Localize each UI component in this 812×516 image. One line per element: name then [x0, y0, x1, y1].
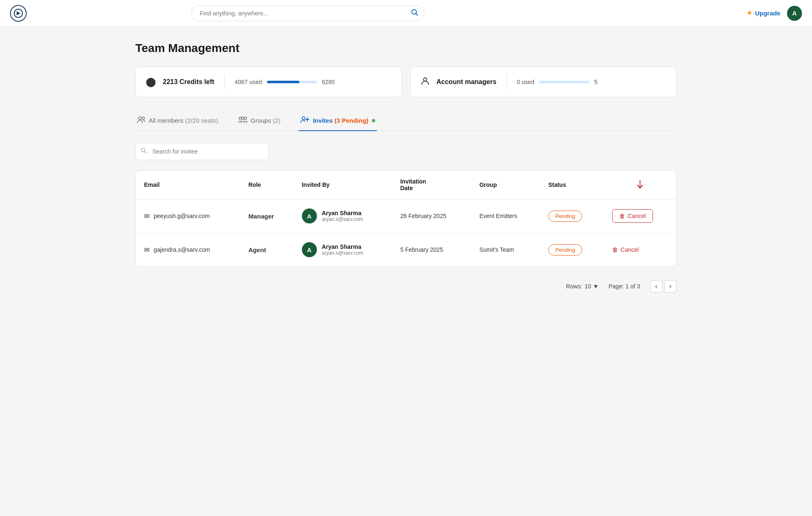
- managers-total: 5: [594, 79, 598, 85]
- managers-usage: 0 used 5: [517, 79, 598, 85]
- page-title: Team Management: [135, 42, 677, 55]
- stats-row: ⬤ 2213 Credits left 4067 used 6280 Accou…: [135, 67, 677, 97]
- invites-table: Email Role Invited By InvitationDate Gro…: [135, 170, 677, 267]
- search-invitee-input[interactable]: [135, 143, 269, 160]
- managers-divider: [506, 74, 507, 89]
- trash-icon-1: 🗑: [619, 213, 625, 219]
- upgrade-button[interactable]: ✦ Upgrade: [746, 9, 780, 18]
- status-badge-1: Pending: [548, 211, 583, 222]
- cancel-button-1[interactable]: 🗑 Cancel: [612, 209, 653, 223]
- col-role: Role: [240, 171, 293, 199]
- managers-used: 0 used: [517, 79, 534, 85]
- tab-invites-label: Invites (3 Pending): [313, 117, 368, 124]
- pending-dot-indicator: [372, 119, 375, 122]
- managers-icon: [421, 76, 430, 88]
- credits-used: 4067 used: [235, 79, 262, 85]
- invitation-date-2: 5 February 2025: [400, 246, 443, 253]
- inviter-name-2: Aryan Sharma: [322, 243, 363, 250]
- tabs-row: All members (2/20 seats) Groups (2): [135, 111, 677, 131]
- page-info: Page: 1 of 3: [608, 283, 640, 290]
- header-right: ✦ Upgrade A: [746, 6, 802, 21]
- rows-value[interactable]: 10 ▼: [585, 283, 598, 290]
- app-header: ✦ Upgrade A: [0, 0, 812, 27]
- rows-per-page[interactable]: Rows: 10 ▼: [566, 283, 598, 290]
- inviter-avatar-2: A: [302, 242, 317, 257]
- trash-icon-2: 🗑: [612, 246, 618, 253]
- svg-line-3: [416, 13, 418, 15]
- col-invitation-date: InvitationDate: [392, 171, 471, 199]
- role-value-2: Agent: [248, 246, 266, 253]
- inviter-name-1: Aryan Sharma: [322, 210, 363, 216]
- user-avatar[interactable]: A: [787, 6, 802, 21]
- inviter-email-2: aryan.s@sarv.com: [322, 250, 363, 256]
- managers-progress-track: [539, 81, 589, 83]
- page-navigation: ‹ ›: [650, 280, 677, 293]
- tab-all-members-label: All members (2/20 seats): [149, 117, 218, 124]
- svg-point-10: [302, 117, 305, 120]
- col-email: Email: [136, 171, 240, 199]
- svg-marker-1: [17, 11, 20, 15]
- next-page-button[interactable]: ›: [664, 280, 677, 293]
- svg-point-5: [139, 117, 142, 120]
- invitee-search-wrap[interactable]: [135, 143, 269, 160]
- search-icon: [411, 9, 418, 18]
- status-badge-2: Pending: [548, 244, 583, 256]
- invitee-search-icon: [140, 147, 147, 156]
- pagination-row: Rows: 10 ▼ Page: 1 of 3 ‹ ›: [135, 277, 677, 296]
- credits-label: 2213 Credits left: [163, 78, 214, 86]
- inviter-cell-2: A Aryan Sharma aryan.s@sarv.com: [302, 242, 384, 257]
- credits-icon: ⬤: [146, 77, 156, 87]
- search-input[interactable]: [191, 5, 424, 21]
- email-icon-2: ✉: [144, 246, 149, 254]
- main-content: Team Management ⬤ 2213 Credits left 4067…: [119, 27, 693, 311]
- svg-point-4: [423, 78, 427, 81]
- invitation-date-1: 26 February 2025: [400, 213, 446, 219]
- tab-invites[interactable]: Invites (3 Pending): [299, 111, 376, 131]
- credits-progress-track: [267, 81, 317, 83]
- scroll-down-arrow: [612, 180, 668, 189]
- inviter-avatar-1: A: [302, 208, 317, 223]
- rows-label: Rows:: [566, 283, 582, 290]
- svg-point-8: [242, 117, 244, 119]
- svg-line-14: [144, 151, 146, 153]
- inviter-cell-1: A Aryan Sharma aryan.s@sarv.com: [302, 208, 384, 223]
- groups-icon: [238, 116, 247, 125]
- email-icon-1: ✉: [144, 212, 149, 220]
- global-search[interactable]: [191, 5, 424, 21]
- upgrade-star-icon: ✦: [746, 9, 752, 18]
- col-status: Status: [540, 171, 604, 199]
- invites-icon: [300, 116, 309, 125]
- managers-label: Account managers: [436, 78, 496, 86]
- role-value-1: Manager: [248, 213, 274, 220]
- credits-usage: 4067 used 6280: [235, 79, 335, 85]
- col-group: Group: [471, 171, 540, 199]
- table-row: ✉ peeyush.g@sarv.com Manager A: [136, 199, 676, 233]
- credits-divider: [224, 74, 225, 89]
- tab-groups[interactable]: Groups (2): [237, 111, 282, 131]
- logo[interactable]: [10, 5, 27, 22]
- inviter-email-1: aryan.s@sarv.com: [322, 216, 363, 222]
- group-value-2: Sumit's Team: [479, 246, 514, 253]
- rows-dropdown-icon: ▼: [593, 283, 599, 290]
- svg-point-7: [239, 117, 242, 119]
- group-value-1: Event Emitters: [479, 213, 517, 219]
- upgrade-label: Upgrade: [755, 10, 780, 17]
- email-value-2: gajendra.s@sarv.com: [154, 246, 210, 253]
- email-value-1: peeyush.g@sarv.com: [154, 213, 210, 219]
- col-actions: [604, 171, 676, 199]
- all-members-icon: [137, 116, 145, 125]
- credits-total: 6280: [322, 79, 335, 85]
- prev-page-button[interactable]: ‹: [650, 280, 663, 293]
- svg-point-6: [142, 117, 144, 119]
- col-invited-by: Invited By: [294, 171, 392, 199]
- managers-card: Account managers 0 used 5: [410, 67, 677, 97]
- credits-card: ⬤ 2213 Credits left 4067 used 6280: [135, 67, 402, 97]
- email-cell-1: ✉ peeyush.g@sarv.com: [144, 212, 232, 220]
- credits-progress-fill: [267, 81, 299, 83]
- tab-groups-label: Groups (2): [251, 117, 281, 124]
- email-cell-2: ✉ gajendra.s@sarv.com: [144, 246, 232, 254]
- svg-point-9: [244, 117, 247, 119]
- table-row: ✉ gajendra.s@sarv.com Agent A: [136, 233, 676, 267]
- cancel-button-2[interactable]: 🗑 Cancel: [612, 246, 639, 253]
- tab-all-members[interactable]: All members (2/20 seats): [135, 111, 220, 131]
